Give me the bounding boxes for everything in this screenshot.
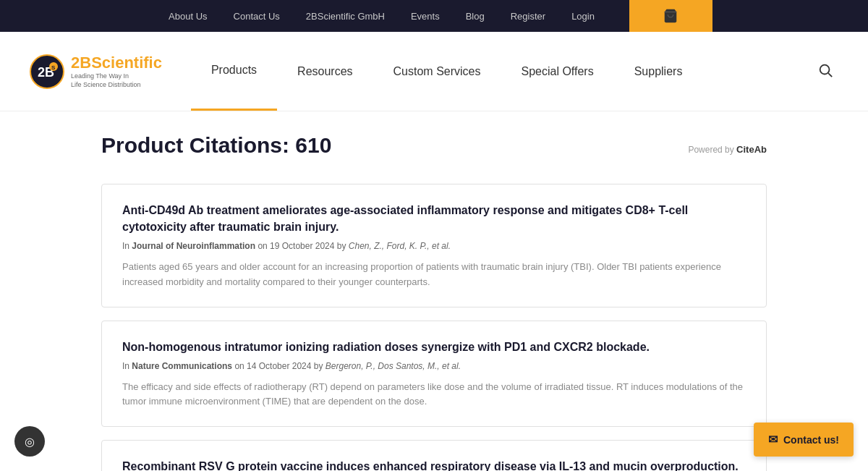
citation-title-1: Anti-CD49d Ab treatment ameliorates age-… bbox=[122, 202, 746, 235]
main-nav: 2B S 2BScientific Leading The Way In Lif… bbox=[0, 32, 868, 111]
citation-title-2: Non-homogenous intratumor ionizing radia… bbox=[122, 339, 746, 355]
nav-item-custom-services[interactable]: Custom Services bbox=[373, 32, 501, 111]
nav-item-products[interactable]: Products bbox=[191, 32, 277, 111]
powered-by: Powered by CiteAb bbox=[688, 144, 767, 155]
top-bar-link-blog[interactable]: Blog bbox=[453, 0, 498, 32]
page-title: Product Citations: 610 bbox=[101, 133, 331, 158]
top-bar: About Us Contact Us 2BScientific GmbH Ev… bbox=[0, 0, 868, 32]
top-bar-link-about-us[interactable]: About Us bbox=[156, 0, 220, 32]
citation-meta-1: In Journal of Neuroinflammation on 19 Oc… bbox=[122, 241, 746, 251]
authors-1: Chen, Z., Ford, K. P., et al. bbox=[349, 241, 451, 251]
nav-links: Products Resources Custom Services Speci… bbox=[191, 32, 812, 111]
citation-abstract-2: The efficacy and side effects of radioth… bbox=[122, 380, 746, 409]
nav-item-suppliers[interactable]: Suppliers bbox=[614, 32, 703, 111]
citation-card-2[interactable]: Non-homogenous intratumor ionizing radia… bbox=[101, 321, 767, 427]
logo-name: 2BScientific bbox=[71, 54, 162, 72]
journal-1: Journal of Neuroinflammation bbox=[132, 241, 255, 251]
logo-name-scientific: Scientific bbox=[91, 54, 162, 72]
top-bar-link-register[interactable]: Register bbox=[498, 0, 558, 32]
svg-text:S: S bbox=[51, 64, 56, 71]
logo-tagline: Leading The Way In Life Science Distribu… bbox=[71, 72, 162, 89]
logo[interactable]: 2B S 2BScientific Leading The Way In Lif… bbox=[29, 54, 162, 90]
top-bar-link-2bscientific[interactable]: 2BScientific GmbH bbox=[293, 0, 398, 32]
nav-item-resources[interactable]: Resources bbox=[277, 32, 373, 111]
cart-button[interactable] bbox=[629, 0, 712, 32]
citation-card-1[interactable]: Anti-CD49d Ab treatment ameliorates age-… bbox=[101, 184, 767, 307]
cart-icon bbox=[663, 8, 678, 24]
citation-title-3: Recombinant RSV G protein vaccine induce… bbox=[122, 458, 746, 471]
authors-2: Bergeron, P., Dos Santos, M., et al. bbox=[326, 361, 461, 371]
contact-us-icon: ✉ bbox=[768, 433, 778, 446]
date-2: on 14 October 2024 bbox=[234, 361, 311, 371]
contact-us-label: Contact us! bbox=[783, 434, 839, 446]
citation-card-3[interactable]: Recombinant RSV G protein vaccine induce… bbox=[101, 440, 767, 471]
nav-item-special-offers[interactable]: Special Offers bbox=[501, 32, 613, 111]
logo-name-2b: 2B bbox=[71, 54, 91, 72]
main-content: Product Citations: 610 Powered by CiteAb… bbox=[87, 111, 781, 471]
circle-button[interactable]: ◎ bbox=[14, 426, 45, 457]
svg-line-6 bbox=[828, 73, 832, 77]
logo-icon: 2B S bbox=[29, 54, 65, 90]
top-bar-link-contact-us[interactable]: Contact Us bbox=[221, 0, 293, 32]
citation-abstract-1: Patients aged 65 years and older account… bbox=[122, 260, 746, 289]
journal-2: Nature Communications bbox=[132, 361, 232, 371]
search-button[interactable] bbox=[812, 56, 839, 86]
top-bar-link-login[interactable]: Login bbox=[558, 0, 608, 32]
top-bar-link-events[interactable]: Events bbox=[398, 0, 453, 32]
search-icon bbox=[817, 62, 833, 78]
top-bar-links: About Us Contact Us 2BScientific GmbH Ev… bbox=[156, 0, 608, 32]
svg-point-5 bbox=[820, 65, 830, 75]
circle-icon: ◎ bbox=[25, 435, 35, 449]
citation-meta-2: In Nature Communications on 14 October 2… bbox=[122, 361, 746, 371]
logo-text: 2BScientific Leading The Way In Life Sci… bbox=[71, 54, 162, 89]
contact-us-button[interactable]: ✉ Contact us! bbox=[754, 423, 854, 457]
date-1: on 19 October 2024 bbox=[258, 241, 334, 251]
